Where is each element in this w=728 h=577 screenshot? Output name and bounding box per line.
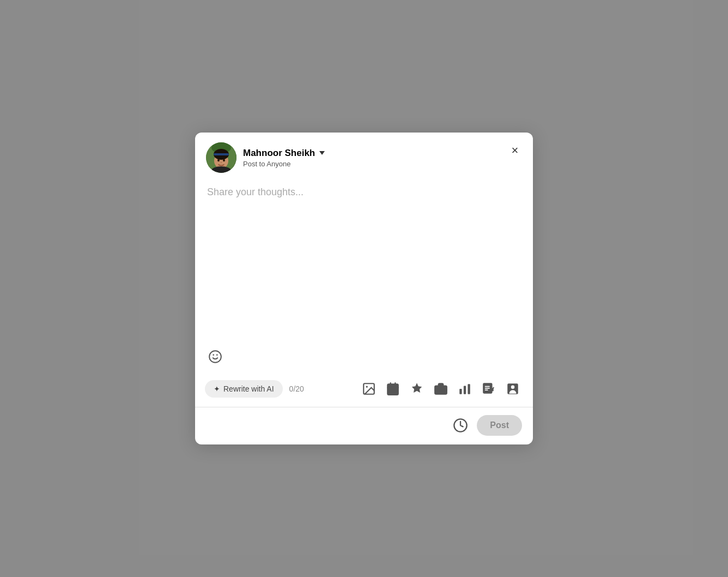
modal-footer: Post xyxy=(195,407,533,444)
svg-rect-19 xyxy=(392,390,394,392)
post-modal: Mahnoor Sheikh Post to Anyone × xyxy=(195,133,533,444)
rewrite-ai-label: Rewrite with AI xyxy=(223,384,274,393)
close-button[interactable]: × xyxy=(506,141,524,160)
svg-rect-23 xyxy=(459,389,462,394)
svg-point-5 xyxy=(217,159,220,161)
svg-rect-18 xyxy=(390,390,392,392)
svg-rect-20 xyxy=(395,390,396,392)
emoji-row xyxy=(195,344,533,373)
svg-point-6 xyxy=(223,159,225,161)
svg-point-9 xyxy=(209,351,221,363)
svg-point-13 xyxy=(366,386,368,388)
modal-header: Mahnoor Sheikh Post to Anyone × xyxy=(195,133,533,181)
badge-button[interactable] xyxy=(407,378,427,399)
calendar-button[interactable] xyxy=(383,378,403,399)
post-button[interactable]: Post xyxy=(477,415,522,436)
user-info: Mahnoor Sheikh Post to Anyone xyxy=(243,148,522,168)
user-name[interactable]: Mahnoor Sheikh xyxy=(243,148,522,159)
svg-point-7 xyxy=(221,162,222,163)
audience-chevron-icon xyxy=(319,151,325,155)
schedule-button[interactable] xyxy=(451,416,470,435)
svg-rect-14 xyxy=(387,384,398,395)
document-list-button[interactable] xyxy=(478,378,499,399)
char-count: 0/20 xyxy=(289,384,304,393)
person-id-button[interactable] xyxy=(502,378,523,399)
toolbar-icons xyxy=(359,378,523,399)
toolbar-row: ✦ Rewrite with AI 0/20 xyxy=(195,373,533,407)
sparkle-icon: ✦ xyxy=(214,384,220,393)
post-audience: Post to Anyone xyxy=(243,160,522,168)
post-textarea[interactable] xyxy=(195,181,533,344)
emoji-button[interactable] xyxy=(206,347,225,368)
briefcase-button[interactable] xyxy=(430,378,451,399)
svg-rect-24 xyxy=(464,386,466,394)
svg-point-32 xyxy=(511,386,515,389)
image-button[interactable] xyxy=(359,378,379,399)
chart-button[interactable] xyxy=(454,378,475,399)
svg-rect-4 xyxy=(214,153,229,155)
avatar xyxy=(206,142,236,173)
modal-overlay: Mahnoor Sheikh Post to Anyone × xyxy=(0,0,728,577)
svg-rect-25 xyxy=(468,384,470,394)
rewrite-ai-button[interactable]: ✦ Rewrite with AI xyxy=(205,380,283,398)
